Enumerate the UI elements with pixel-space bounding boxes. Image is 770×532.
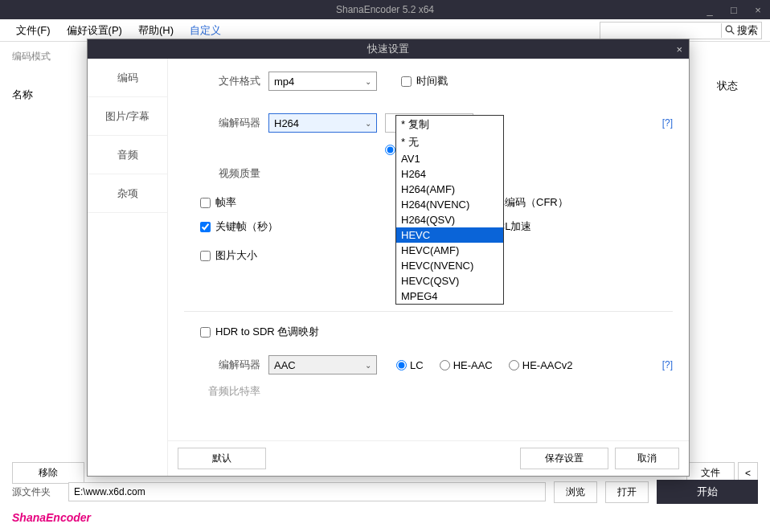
heaac-radio[interactable]: HE-AAC — [440, 359, 493, 371]
browse-button[interactable]: 浏览 — [554, 481, 597, 503]
codec-option[interactable]: * 复制 — [396, 116, 503, 133]
timestamp-checkbox[interactable]: 时间戳 — [401, 74, 448, 88]
save-settings-button[interactable]: 保存设置 — [520, 448, 608, 469]
menu-custom[interactable]: 自定义 — [182, 23, 229, 38]
codec-option[interactable]: HEVC(AMF) — [396, 243, 503, 258]
tab-audio[interactable]: 音频 — [88, 136, 167, 174]
audio-codec-label: 编解码器 — [184, 358, 260, 372]
keyframe-checkbox[interactable]: 关键帧（秒） — [200, 219, 278, 234]
source-folder-input[interactable] — [68, 482, 546, 501]
chevron-down-icon: ⌄ — [365, 361, 371, 370]
dialog-title: 快速设置 — [367, 42, 409, 56]
menu-file[interactable]: 文件(F) — [8, 23, 59, 38]
tab-encode[interactable]: 编码 — [88, 59, 167, 97]
framerate-checkbox[interactable]: 帧率 — [200, 195, 236, 210]
source-folder-label: 源文件夹 — [12, 485, 60, 499]
open-button[interactable]: 打开 — [605, 481, 649, 503]
column-state: 状态 — [717, 79, 738, 93]
search-box: 搜索 — [600, 22, 762, 39]
svg-line-1 — [731, 31, 735, 35]
codec-option[interactable]: HEVC(NVENC) — [396, 258, 503, 273]
codec-label: 编解码器 — [184, 116, 260, 130]
app-title: ShanaEncoder 5.2 x64 — [336, 4, 434, 15]
help-link[interactable]: [?] — [662, 117, 673, 129]
chevron-down-icon: ⌄ — [365, 119, 371, 128]
codec-option[interactable]: H264 — [396, 166, 503, 182]
hdr-sdr-checkbox[interactable]: HDR to SDR 色调映射 — [200, 325, 319, 339]
codec-option[interactable]: H264(NVENC) — [396, 197, 503, 212]
video-codec-select[interactable]: H264 ⌄ — [268, 113, 377, 133]
file-format-select[interactable]: mp4 ⌄ — [268, 72, 377, 91]
audio-bitrate-label: 音频比特率 — [184, 384, 260, 399]
menu-preferences[interactable]: 偏好设置(P) — [59, 23, 130, 38]
dialog-titlebar: 快速设置 × — [88, 39, 689, 59]
search-button[interactable]: 搜索 — [721, 23, 761, 38]
codec-option[interactable]: HEVC — [396, 227, 503, 243]
cancel-button[interactable]: 取消 — [615, 448, 679, 469]
codec-option[interactable]: MPEG4 — [396, 289, 503, 304]
heaacv2-radio[interactable]: HE-AACv2 — [509, 359, 573, 371]
start-button[interactable]: 开始 — [657, 480, 758, 504]
dialog-content: 文件格式 mp4 ⌄ 时间戳 编解码器 H264 ⌄ 配置 [?] — [168, 59, 689, 476]
codec-dropdown: * 复制* 无AV1H264H264(AMF)H264(NVENC)H264(Q… — [395, 115, 504, 305]
maximize-icon[interactable]: □ — [722, 4, 746, 16]
encode-mode-label: 编码模式 — [12, 50, 51, 63]
picture-size-checkbox[interactable]: 图片大小 — [200, 248, 257, 263]
codec-option[interactable]: H264(AMF) — [396, 182, 503, 197]
tab-picture-subtitle[interactable]: 图片/字幕 — [88, 97, 167, 136]
tab-misc[interactable]: 杂项 — [88, 174, 167, 213]
audio-codec-select[interactable]: AAC ⌄ — [268, 355, 377, 374]
codec-option[interactable]: HEVC(QSV) — [396, 273, 503, 289]
codec-option[interactable]: H264(QSV) — [396, 212, 503, 227]
quick-settings-dialog: 快速设置 × 编码 图片/字幕 音频 杂项 文件格式 mp4 ⌄ 时间戳 — [87, 39, 690, 477]
close-icon[interactable]: × — [746, 4, 770, 16]
lc-radio[interactable]: LC — [396, 359, 424, 371]
search-input[interactable] — [600, 24, 721, 36]
default-button[interactable]: 默认 — [178, 448, 266, 469]
dialog-close-icon[interactable]: × — [676, 43, 682, 55]
minimize-icon[interactable]: _ — [698, 4, 722, 16]
help-link[interactable]: [?] — [662, 359, 673, 370]
menu-help[interactable]: 帮助(H) — [130, 23, 182, 38]
brand-label: ShanaEncoder — [12, 511, 91, 524]
separator — [184, 311, 673, 312]
codec-option[interactable]: * 无 — [396, 133, 503, 151]
search-icon — [725, 25, 735, 35]
titlebar: ShanaEncoder 5.2 x64 _ □ × — [0, 0, 770, 19]
codec-option[interactable]: AV1 — [396, 151, 503, 166]
dialog-tabs: 编码 图片/字幕 音频 杂项 — [88, 59, 168, 476]
video-quality-label: 视频质量 — [184, 166, 260, 181]
svg-point-0 — [726, 26, 731, 31]
file-format-label: 文件格式 — [184, 74, 260, 88]
chevron-down-icon: ⌄ — [365, 77, 371, 86]
